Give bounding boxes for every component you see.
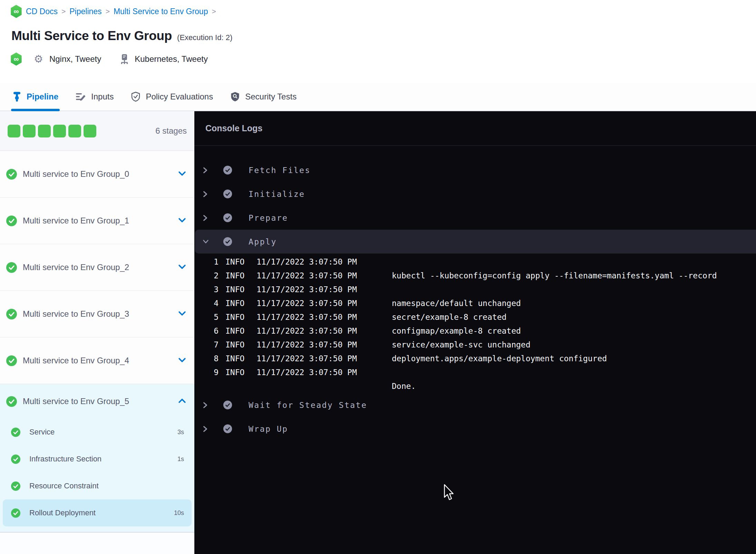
- pipeline-badge-icon: ∞: [10, 5, 22, 18]
- stage-progress-square: [68, 125, 81, 137]
- breadcrumb-project-link[interactable]: CD Docs: [26, 7, 58, 16]
- console-steps: Fetch Files Initialize Prepare: [194, 146, 756, 441]
- log-timestamp: 11/17/2022 3:07:50 PM: [256, 338, 360, 352]
- log-level: INFO: [225, 255, 247, 269]
- log-line-number: 1: [194, 255, 219, 269]
- console-step-row[interactable]: Prepare: [194, 206, 756, 230]
- success-check-icon: [223, 400, 232, 410]
- step-row[interactable]: Infrastructure Section 1s: [3, 446, 192, 472]
- chevron-right-icon[interactable]: [202, 166, 209, 174]
- log-message: Done.: [392, 379, 416, 393]
- success-check-icon: [223, 237, 232, 246]
- stage-row[interactable]: Multi service to Env Group_0: [0, 151, 194, 198]
- step-row[interactable]: Service 3s: [3, 419, 192, 446]
- log-line: 9 INFO 11/17/2022 3:07:50 PM: [194, 365, 756, 379]
- log-level: INFO: [225, 283, 247, 296]
- tab-inputs[interactable]: Inputs: [76, 83, 114, 111]
- pipeline-badge-icon: ∞: [10, 52, 22, 66]
- console-header: Console Logs: [194, 111, 756, 146]
- step-list: Service 3s Infrastructure Section 1s Res…: [0, 419, 194, 532]
- stage-row[interactable]: Multi service to Env Group_5: [0, 384, 194, 419]
- tab-label: Policy Evaluations: [146, 92, 213, 102]
- pipeline-icon: [12, 92, 21, 102]
- log-line: 6 INFO 11/17/2022 3:07:50 PM configmap/e…: [194, 324, 756, 338]
- log-line-number: 3: [194, 283, 219, 296]
- success-check-icon: [6, 355, 17, 366]
- tab-policy-evaluations[interactable]: Policy Evaluations: [131, 83, 213, 111]
- success-check-icon: [6, 262, 17, 273]
- log-line-number: 7: [194, 338, 219, 352]
- step-name: Rollout Deployment: [29, 508, 96, 517]
- stage-progress-square: [84, 125, 96, 137]
- log-block: 1 INFO 11/17/2022 3:07:50 PM 2 INFO 11/1…: [194, 254, 756, 393]
- log-line-number: 9: [194, 365, 219, 379]
- log-timestamp: 11/17/2022 3:07:50 PM: [256, 365, 360, 379]
- stage-name: Multi service to Env Group_2: [23, 262, 129, 272]
- stage-row[interactable]: Multi service to Env Group_4: [0, 337, 194, 384]
- stage-row[interactable]: Multi service to Env Group_2: [0, 244, 194, 291]
- success-check-icon: [6, 396, 17, 407]
- log-line: 1 INFO 11/17/2022 3:07:50 PM: [194, 255, 756, 269]
- chevron-down-icon[interactable]: [177, 355, 187, 366]
- success-check-icon: [223, 189, 232, 199]
- log-timestamp: 11/17/2022 3:07:50 PM: [256, 296, 360, 310]
- step-name: Infrastructure Section: [29, 455, 101, 464]
- log-level: INFO: [225, 338, 247, 352]
- chevron-down-icon[interactable]: [177, 216, 187, 226]
- breadcrumb-pipelines-link[interactable]: Pipelines: [69, 7, 101, 16]
- tab-security-tests[interactable]: Security Tests: [230, 83, 297, 111]
- chevron-right-icon[interactable]: [202, 214, 209, 222]
- log-line-number: 8: [194, 352, 219, 365]
- console-step-row[interactable]: Wait for Steady State: [194, 393, 756, 417]
- chevron-up-icon[interactable]: [177, 396, 187, 407]
- log-message: service/example-svc unchanged: [392, 338, 531, 352]
- success-check-icon: [223, 213, 232, 222]
- log-line-number: 6: [194, 324, 219, 338]
- console-step-row[interactable]: Fetch Files: [194, 158, 756, 182]
- success-check-icon: [11, 481, 20, 491]
- console-step-label: Prepare: [249, 213, 288, 222]
- chevron-right-icon[interactable]: [202, 425, 209, 433]
- log-level: INFO: [225, 296, 247, 310]
- console-step-row[interactable]: Initialize: [194, 182, 756, 206]
- chevron-right-icon[interactable]: [202, 401, 209, 409]
- chevron-down-icon[interactable]: [177, 262, 187, 273]
- step-name: Service: [29, 428, 55, 437]
- stage-row[interactable]: Multi service to Env Group_3: [0, 291, 194, 337]
- breadcrumb-separator: >: [106, 7, 110, 16]
- log-timestamp: 11/17/2022 3:07:50 PM: [256, 310, 360, 324]
- console-step-label: Fetch Files: [249, 166, 311, 175]
- stage-progress-header: 6 stages: [0, 111, 194, 151]
- chevron-down-icon[interactable]: [177, 169, 187, 180]
- success-check-icon: [223, 424, 232, 433]
- log-line: 4 INFO 11/17/2022 3:07:50 PM namespace/d…: [194, 296, 756, 310]
- log-timestamp: 11/17/2022 3:07:50 PM: [256, 352, 360, 365]
- step-duration: 3s: [177, 429, 184, 436]
- console-step-row[interactable]: Apply: [195, 230, 756, 254]
- success-check-icon: [11, 455, 20, 464]
- log-timestamp: 11/17/2022 3:07:50 PM: [256, 283, 360, 296]
- log-level: [225, 379, 247, 393]
- breadcrumb-pipeline-link[interactable]: Multi Service to Env Group: [114, 7, 208, 16]
- log-timestamp: 11/17/2022 3:07:50 PM: [256, 255, 360, 269]
- log-message: secret/example-8 created: [392, 310, 506, 324]
- log-line: Done.: [194, 379, 756, 393]
- sidebar-filler: [0, 533, 194, 554]
- stage-row[interactable]: Multi service to Env Group_1: [0, 198, 194, 244]
- log-level: INFO: [225, 310, 247, 324]
- tab-bar: Pipeline Inputs Policy Evaluations: [0, 83, 756, 111]
- log-timestamp: [256, 379, 360, 393]
- chevron-right-icon[interactable]: [202, 190, 209, 198]
- log-level: INFO: [225, 324, 247, 338]
- chevron-down-icon[interactable]: [177, 309, 187, 319]
- step-row[interactable]: Resource Constraint: [3, 472, 192, 499]
- stage-name: Multi service to Env Group_0: [23, 169, 129, 179]
- console-step-row[interactable]: Wrap Up: [194, 417, 756, 441]
- step-row[interactable]: Rollout Deployment 10s: [3, 499, 192, 526]
- step-name: Resource Constraint: [29, 481, 99, 490]
- console-step-label: Initialize: [249, 190, 305, 199]
- tab-pipeline[interactable]: Pipeline: [12, 83, 58, 111]
- log-level: INFO: [225, 269, 247, 283]
- inputs-icon: [76, 92, 86, 102]
- chevron-down-icon[interactable]: [202, 239, 209, 245]
